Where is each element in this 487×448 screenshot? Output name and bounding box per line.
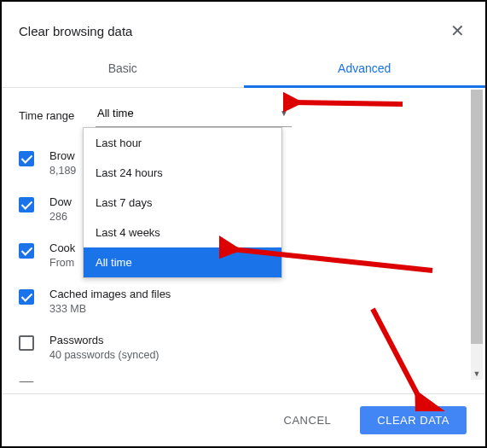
item-title: Cook [49,241,75,254]
chevron-down-icon: ▼ [280,108,288,118]
item-title: Passwords [49,334,159,346]
list-item: Autofill form data [19,373,468,382]
time-range-select[interactable]: All time ▼ [96,103,292,127]
checkbox-browsing-history[interactable] [19,151,34,166]
tab-basic[interactable]: Basic [2,51,244,87]
dialog-header: Clear browsing data ✕ [2,2,485,51]
clear-browsing-data-dialog: Clear browsing data ✕ Basic Advanced Tim… [2,2,485,446]
dropdown-item-all-time[interactable]: All time [84,247,281,277]
dialog-title: Clear browsing data [19,24,132,38]
dropdown-item-last-7-days[interactable]: Last 7 days [84,188,281,218]
dropdown-item-last-24-hours[interactable]: Last 24 hours [84,158,281,188]
item-subtitle: 333 MB [49,303,171,315]
tabs: Basic Advanced [2,51,485,88]
item-subtitle: From [49,257,75,269]
time-range-value: All time [97,107,134,119]
list-item: Passwords 40 passwords (synced) [19,327,468,373]
time-range-row: Time range All time ▼ [19,103,468,127]
checkbox-download-history[interactable] [19,197,34,212]
dropdown-item-last-hour[interactable]: Last hour [84,128,281,158]
tab-advanced[interactable]: Advanced [244,51,486,87]
scroll-down-icon[interactable]: ▼ [471,368,483,380]
item-subtitle: 8,189 [49,165,76,177]
dialog-content: Time range All time ▼ Last hour Last 24 … [2,88,485,382]
item-subtitle: 286 [49,211,72,223]
clear-data-button[interactable]: CLEAR DATA [360,406,467,434]
dropdown-item-last-4-weeks[interactable]: Last 4 weeks [84,218,281,247]
item-title: Dow [49,195,72,208]
time-range-label: Time range [19,109,80,122]
item-subtitle: 40 passwords (synced) [49,349,159,361]
list-item: Cached images and files 333 MB [19,281,468,327]
cancel-button[interactable]: CANCEL [267,406,349,434]
time-range-dropdown: Last hour Last 24 hours Last 7 days Last… [83,127,282,278]
scrollbar[interactable]: ▼ [471,90,483,380]
close-icon[interactable]: ✕ [447,17,468,44]
dialog-footer: CANCEL CLEAR DATA [2,393,485,446]
checkbox-passwords[interactable] [19,335,34,351]
checkbox-cookies[interactable] [19,243,34,259]
item-title: Brow [49,149,76,162]
scrollbar-thumb[interactable] [471,90,483,344]
item-title: Autofill form data [49,380,133,382]
item-title: Cached images and files [49,288,171,300]
checkbox-cached-images[interactable] [19,289,34,305]
checkbox-autofill[interactable] [19,381,34,382]
